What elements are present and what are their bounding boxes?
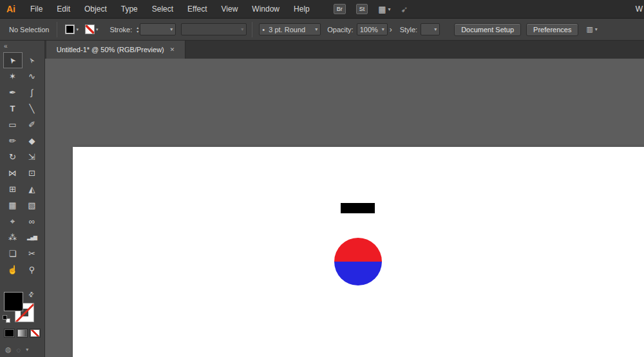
chevron-down-icon: ▾ <box>241 26 243 32</box>
menu-help[interactable]: Help <box>287 5 317 14</box>
panel-menu-icon: ▥ <box>586 25 592 34</box>
column-graph-tool-icon: ▂▄▆ <box>27 235 37 240</box>
red-blue-circle-shape[interactable] <box>334 238 382 285</box>
chevron-down-icon[interactable]: ▾ <box>96 27 99 32</box>
free-transform-tool[interactable]: ⊡ <box>23 165 42 181</box>
pencil-tool[interactable]: ✏ <box>3 133 23 149</box>
tools-panel: « ➤ ➢ ✶ ∿ ✒ ∫ T ╲ ▭ ✐ ✏ ◆ ↻ ⇲ ⋈ ⊡ ⊞ ◭ ▦ … <box>0 41 45 357</box>
opacity-value: 100% <box>360 26 378 34</box>
gpu-performance-icon[interactable]: ➹ <box>401 5 408 14</box>
width-tool[interactable]: ⋈ <box>3 165 23 181</box>
document-tab[interactable]: Untitled-1* @ 50% (RGB/Preview) ✕ <box>46 41 185 59</box>
pen-tool[interactable]: ✒ <box>3 84 23 101</box>
workspace-switcher[interactable]: ▦ ▾ <box>378 5 390 14</box>
chevron-down-icon[interactable]: ▾ <box>76 27 79 32</box>
direct-selection-tool-icon: ➢ <box>26 55 37 65</box>
menu-type[interactable]: Type <box>114 5 145 14</box>
zoom-tool[interactable]: ⚲ <box>23 262 42 278</box>
eyedropper-tool[interactable]: ⌖ <box>3 213 23 229</box>
collapse-panel-icon[interactable]: « <box>0 41 44 50</box>
fill-swatch[interactable] <box>4 292 23 311</box>
selection-tool[interactable]: ➤ <box>3 52 23 68</box>
perspective-grid-tool[interactable]: ◭ <box>23 181 42 197</box>
style-dropdown[interactable]: ▾ <box>421 23 440 35</box>
rotate-tool-icon: ↻ <box>9 152 16 162</box>
screen-mode-chevron-icon[interactable]: ▾ <box>26 347 28 352</box>
gradient-tool[interactable]: ▧ <box>23 197 42 213</box>
magic-wand-tool[interactable]: ✶ <box>3 68 23 84</box>
hand-tool-icon: ☝ <box>7 265 17 275</box>
curvature-tool-icon: ∫ <box>31 88 33 97</box>
none-button[interactable] <box>30 329 41 338</box>
type-tool-icon: T <box>10 104 15 113</box>
paintbrush-tool[interactable]: ✐ <box>23 117 42 133</box>
black-rectangle-shape[interactable] <box>341 203 375 213</box>
stroke-weight-stepper[interactable]: ▴ ▾ <box>137 26 138 34</box>
eraser-tool[interactable]: ◆ <box>23 133 42 149</box>
draw-behind-icon[interactable]: ◌ <box>17 346 21 354</box>
artboard-tool[interactable]: ❏ <box>3 246 23 262</box>
fill-color-swatch[interactable] <box>65 24 75 34</box>
rotate-tool[interactable]: ↻ <box>3 149 23 165</box>
variable-width-profile-dropdown[interactable]: ▾ <box>181 23 247 35</box>
mesh-tool[interactable]: ▦ <box>3 197 23 213</box>
chevron-down-icon: ▾ <box>595 26 598 32</box>
gradient-button[interactable] <box>17 329 28 338</box>
column-graph-tool[interactable]: ▂▄▆ <box>23 229 42 246</box>
draw-normal-icon[interactable]: ◍ <box>5 345 12 354</box>
workspace-icon: ▦ <box>378 5 386 14</box>
preferences-button[interactable]: Preferences <box>526 23 578 36</box>
color-button[interactable] <box>4 329 15 338</box>
brush-bullet-icon: • <box>262 26 265 34</box>
blend-tool[interactable]: ∞ <box>23 213 42 229</box>
perspective-grid-tool-icon: ◭ <box>29 184 35 194</box>
menu-file[interactable]: File <box>23 5 50 14</box>
stepper-down-icon[interactable]: ▾ <box>137 30 138 34</box>
width-tool-icon: ⋈ <box>8 168 17 178</box>
color-mode-buttons <box>4 329 41 338</box>
align-options-menu[interactable]: ▥ ▾ <box>586 25 597 34</box>
opacity-panel-arrow-icon[interactable]: › <box>390 25 392 34</box>
menu-window[interactable]: Window <box>245 5 287 14</box>
line-segment-tool-icon: ╲ <box>30 104 35 113</box>
stock-icon[interactable]: St <box>356 4 368 14</box>
lasso-tool[interactable]: ∿ <box>23 68 42 84</box>
symbol-sprayer-tool[interactable]: ⁂ <box>3 229 23 246</box>
tool-grid: ➤ ➢ ✶ ∿ ✒ ∫ T ╲ ▭ ✐ ✏ ◆ ↻ ⇲ ⋈ ⊡ ⊞ ◭ ▦ ▧ … <box>0 52 44 278</box>
menu-effect[interactable]: Effect <box>180 5 214 14</box>
stroke-weight-dropdown[interactable]: ▾ <box>140 23 176 35</box>
canvas-area[interactable] <box>45 59 644 357</box>
bridge-icon[interactable]: Br <box>334 4 346 14</box>
artboard[interactable] <box>73 147 644 357</box>
curvature-tool[interactable]: ∫ <box>23 84 42 101</box>
brush-definition-dropdown[interactable]: • 3 pt. Round ▾ <box>259 23 321 35</box>
document-setup-button[interactable]: Document Setup <box>454 23 521 36</box>
default-fill-stroke-icon[interactable] <box>3 315 10 323</box>
line-segment-tool[interactable]: ╲ <box>23 101 42 117</box>
eyedropper-tool-icon: ⌖ <box>10 217 15 227</box>
stroke-color-swatch[interactable] <box>85 24 95 34</box>
close-icon[interactable]: ✕ <box>170 46 175 53</box>
swap-fill-stroke-icon[interactable]: ⇄ <box>26 290 35 299</box>
selection-status: No Selection <box>9 26 49 34</box>
direct-selection-tool[interactable]: ➢ <box>23 52 42 68</box>
rectangle-tool[interactable]: ▭ <box>3 117 23 133</box>
illustrator-logo: Ai <box>0 4 23 14</box>
separator <box>57 22 57 37</box>
shape-builder-tool[interactable]: ⊞ <box>3 181 23 197</box>
menu-object[interactable]: Object <box>77 5 114 14</box>
scale-tool[interactable]: ⇲ <box>23 149 42 165</box>
menu-view[interactable]: View <box>214 5 245 14</box>
brush-value: • 3 pt. Round <box>262 26 305 34</box>
menu-select[interactable]: Select <box>145 5 180 14</box>
slice-tool[interactable]: ✂ <box>23 246 42 262</box>
chevron-down-icon: ▾ <box>382 26 384 32</box>
type-tool[interactable]: T <box>3 101 23 117</box>
document-tab-bar: Untitled-1* @ 50% (RGB/Preview) ✕ <box>45 41 644 59</box>
blend-tool-icon: ∞ <box>29 217 35 226</box>
menu-edit[interactable]: Edit <box>50 5 77 14</box>
magic-wand-tool-icon: ✶ <box>9 72 16 81</box>
hand-tool[interactable]: ☝ <box>3 262 23 278</box>
scale-tool-icon: ⇲ <box>28 152 35 162</box>
opacity-field[interactable]: 100% ▾ <box>357 23 388 35</box>
